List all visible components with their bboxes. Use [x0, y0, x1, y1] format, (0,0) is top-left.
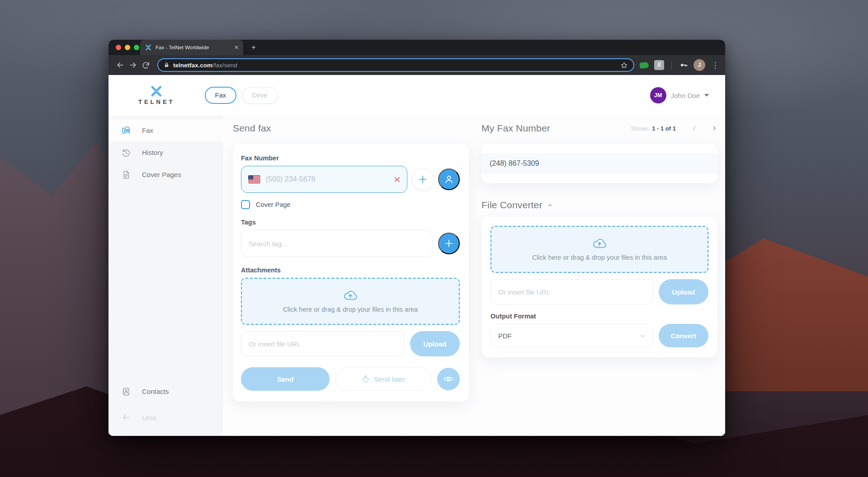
- preview-button[interactable]: [437, 368, 460, 390]
- arrow-left-icon: [121, 412, 131, 422]
- history-icon: [121, 148, 131, 158]
- new-tab-button[interactable]: +: [251, 43, 256, 52]
- sidebar-item-label: Contacts: [142, 388, 169, 395]
- sidebar-item-history[interactable]: History: [108, 141, 223, 164]
- back-button[interactable]: [114, 59, 127, 71]
- converter-upload-button[interactable]: Upload: [659, 279, 708, 304]
- convert-button[interactable]: Convert: [659, 324, 708, 347]
- dropzone-text: Click here or drag & drop your files in …: [532, 254, 667, 261]
- my-fax-number-card: (248) 867-5309: [481, 144, 717, 183]
- choose-contact-button[interactable]: [438, 168, 460, 190]
- fax-number-input[interactable]: [266, 175, 389, 183]
- cloud-upload-icon: [343, 290, 358, 301]
- sidebar-item-label: History: [142, 149, 163, 156]
- send-later-button[interactable]: Send later: [335, 367, 431, 391]
- app-header: TELNET Fax Drive JM John Doe: [108, 75, 725, 116]
- shows-value: 1 - 1 of 1: [652, 125, 676, 132]
- nav-pill-drive[interactable]: Drive: [242, 87, 278, 104]
- browser-tab-bar: Fax - TelNet Worldwide ✕ +: [108, 40, 725, 55]
- fax-number-value: (248) 867-5309: [490, 159, 539, 168]
- browser-tab[interactable]: Fax - TelNet Worldwide ✕: [140, 40, 243, 55]
- telnet-favicon-icon: [145, 44, 152, 51]
- sidebar-item-label: Cover Pages: [142, 171, 181, 178]
- browser-menu-icon[interactable]: ⋮: [711, 61, 720, 70]
- password-key-icon[interactable]: [679, 61, 688, 70]
- close-window-button[interactable]: [116, 45, 121, 50]
- bookmark-star-icon[interactable]: [620, 61, 628, 69]
- file-converter-header[interactable]: File Converter: [481, 200, 717, 210]
- fax-number-row[interactable]: (248) 867-5309: [481, 153, 717, 174]
- url-path: /fax/send: [212, 62, 237, 69]
- sidebar-collapse-label: Less: [142, 414, 156, 421]
- eye-icon: [443, 374, 454, 384]
- sidebar-collapse[interactable]: Less: [108, 412, 223, 422]
- attachments-label: Attachments: [241, 267, 460, 274]
- fax-number-label: Fax Number: [241, 154, 460, 162]
- page-title: Send fax: [233, 123, 469, 134]
- url-domain: telnetfax.com: [173, 62, 212, 69]
- clear-icon[interactable]: [394, 177, 400, 182]
- right-panel: My Fax Number Shows: 1 - 1 of 1: [481, 123, 717, 357]
- sidebar-item-fax[interactable]: Fax: [108, 119, 223, 141]
- main-content: Send fax Fax Number: [223, 116, 725, 436]
- app-switcher: Fax Drive: [205, 87, 278, 104]
- minimize-window-button[interactable]: [125, 45, 130, 50]
- attachments-dropzone[interactable]: Click here or drag & drop your files in …: [241, 278, 460, 325]
- pagination-prev-button[interactable]: [691, 125, 698, 131]
- output-format-select[interactable]: PDF: [491, 324, 653, 347]
- sidebar-bottom: Contacts Less: [108, 380, 223, 436]
- contacts-book-icon: [121, 387, 131, 397]
- my-fax-number-header: My Fax Number Shows: 1 - 1 of 1: [481, 123, 717, 134]
- telnet-logo[interactable]: TELNET: [138, 86, 175, 105]
- toolbar-separator: [671, 61, 672, 70]
- file-converter-card: Click here or drag & drop your files in …: [481, 217, 717, 357]
- cover-page-checkbox[interactable]: [241, 200, 250, 209]
- upload-button[interactable]: Upload: [410, 331, 460, 356]
- address-bar[interactable]: telnetfax.com/fax/send: [157, 58, 634, 72]
- zoom-window-button[interactable]: [134, 45, 139, 50]
- us-flag-icon[interactable]: [248, 175, 260, 183]
- tags-label: Tags: [241, 219, 460, 226]
- forward-button[interactable]: [127, 59, 139, 71]
- extension-r-icon[interactable]: R: [654, 60, 664, 70]
- send-fax-card: Fax Number: [233, 144, 469, 402]
- file-converter-title: File Converter: [481, 200, 542, 210]
- document-icon: [121, 170, 131, 180]
- converter-file-url-input[interactable]: [491, 279, 653, 304]
- browser-profile-avatar[interactable]: J: [693, 59, 705, 71]
- file-url-input[interactable]: [241, 331, 405, 356]
- tag-search-input[interactable]: [241, 230, 433, 257]
- add-number-button[interactable]: [412, 168, 434, 190]
- chevron-up-icon: [547, 202, 553, 208]
- sidebar-item-label: Fax: [142, 126, 153, 134]
- browser-window: Fax - TelNet Worldwide ✕ + telnetfax.com…: [108, 40, 725, 436]
- add-tag-button[interactable]: [438, 233, 460, 254]
- fax-number-field[interactable]: [241, 166, 407, 193]
- send-fax-section: Send fax Fax Number: [233, 123, 469, 402]
- user-name: John Doe: [671, 92, 700, 99]
- chevron-down-icon: [640, 333, 646, 339]
- browser-toolbar: telnetfax.com/fax/send R J ⋮: [108, 55, 725, 75]
- extension-green-icon[interactable]: [639, 61, 649, 68]
- user-menu[interactable]: JM John Doe: [650, 87, 709, 103]
- dropzone-text: Click here or drag & drop your files in …: [283, 306, 418, 313]
- sidebar: Fax History: [108, 116, 223, 436]
- send-button[interactable]: Send: [241, 367, 330, 391]
- nav-pill-fax[interactable]: Fax: [205, 87, 236, 104]
- sidebar-item-contacts[interactable]: Contacts: [108, 380, 223, 402]
- cloud-upload-icon: [592, 238, 607, 249]
- user-avatar: JM: [650, 87, 666, 103]
- send-later-label: Send later: [374, 375, 405, 383]
- toolbar-right-group: R J ⋮: [640, 59, 720, 71]
- output-format-value: PDF: [498, 332, 512, 340]
- chevron-down-icon: [704, 94, 709, 97]
- sidebar-item-cover-pages[interactable]: Cover Pages: [108, 164, 223, 186]
- reload-button[interactable]: [139, 59, 152, 71]
- converter-dropzone[interactable]: Click here or drag & drop your files in …: [491, 226, 708, 273]
- lock-icon: [164, 62, 170, 68]
- tab-close-icon[interactable]: ✕: [234, 45, 239, 50]
- telnet-app: TELNET Fax Drive JM John Doe: [108, 75, 725, 436]
- output-format-label: Output Format: [491, 313, 708, 320]
- pagination-next-button[interactable]: [711, 125, 717, 131]
- fax-machine-icon: [121, 126, 131, 136]
